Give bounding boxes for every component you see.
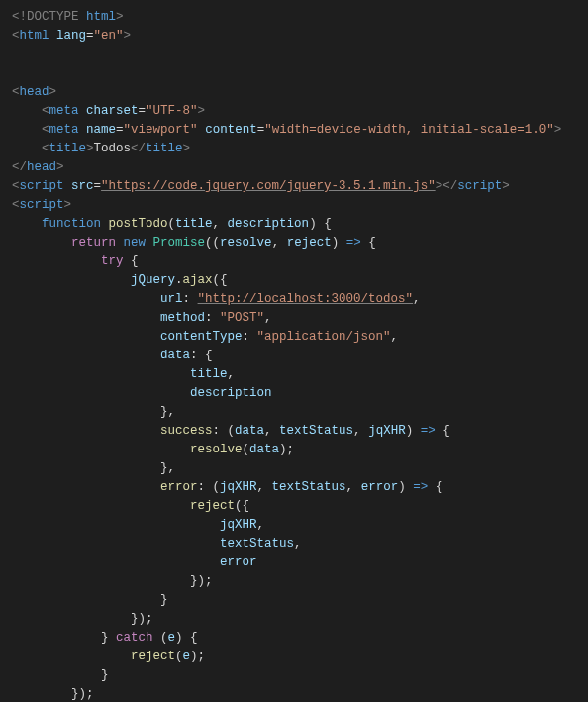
fn-reject: reject [190, 499, 235, 513]
head-close-tag: head [27, 160, 56, 174]
param-data: data [235, 424, 264, 438]
viewport-val: "viewport" [124, 123, 198, 137]
param-jqXHR: jqXHR [368, 424, 406, 438]
param-description: description [228, 217, 310, 231]
prop-method: method [160, 311, 205, 325]
kw-return: return [71, 236, 116, 250]
jquery-url: "https://code.jquery.com/jquery-3.5.1.mi… [101, 179, 436, 193]
arrow-2: => [421, 424, 436, 438]
script-tag-1: script [20, 179, 64, 193]
code-editor[interactable]: <!DOCTYPE html> <html lang="en"> <head> … [12, 8, 576, 702]
prop-success: success [160, 424, 213, 438]
doctype-value: html [86, 10, 116, 24]
shorthand-description: description [190, 386, 272, 400]
fn-reject2: reject [131, 650, 175, 663]
param-title: title [175, 217, 213, 231]
head-open-tag: head [20, 85, 49, 99]
title-close-tag: title [146, 142, 183, 155]
param-jqXHR2: jqXHR [220, 480, 257, 494]
content-attr: content [205, 123, 257, 137]
fn-resolve: resolve [190, 443, 243, 456]
name-attr: name [86, 123, 116, 137]
content-val: "width=device-width, initial-scale=1.0" [264, 123, 554, 137]
script-close-1: script [457, 179, 502, 193]
arrow-3: => [413, 480, 428, 494]
url-val: "http://localhost:3000/todos" [198, 292, 414, 306]
lang-attr: lang [56, 29, 86, 43]
shorthand-title: title [190, 367, 228, 381]
shorthand-textStatus: textStatus [220, 537, 294, 551]
arg-e: e [183, 650, 191, 663]
kw-try: try [101, 254, 124, 268]
html-open-tag: html [20, 29, 49, 43]
var-jQuery: jQuery [131, 273, 175, 287]
fn-postTodo: postTodo [109, 217, 168, 231]
meta-tag-2: meta [49, 123, 79, 137]
meta-tag-1: meta [49, 104, 79, 118]
title-text: Todos [94, 142, 132, 155]
prop-data: data [160, 349, 190, 362]
prop-error: error [160, 480, 198, 494]
cls-Promise: Promise [153, 236, 206, 250]
param-textStatus: textStatus [279, 424, 353, 438]
shorthand-jqXHR: jqXHR [220, 518, 257, 532]
charset-val: "UTF-8" [146, 104, 198, 118]
shorthand-error: error [220, 555, 257, 569]
arg-data: data [249, 443, 279, 456]
prop-contentType: contentType [160, 330, 243, 344]
arrow-1: => [346, 236, 361, 250]
param-e: e [168, 631, 176, 645]
fn-ajax: ajax [183, 273, 213, 287]
kw-new: new [124, 236, 147, 250]
kw-catch: catch [116, 631, 153, 645]
prop-url: url [160, 292, 183, 306]
lang-val: "en" [94, 29, 124, 43]
title-open-tag: title [49, 142, 87, 155]
param-textStatus2: textStatus [272, 480, 346, 494]
param-reject: reject [287, 236, 332, 250]
script-tag-2: script [20, 198, 64, 212]
param-error: error [361, 480, 399, 494]
src-attr: src [71, 179, 94, 193]
param-resolve: resolve [220, 236, 272, 250]
contentType-val: "application/json" [257, 330, 391, 344]
charset-attr: charset [86, 104, 139, 118]
kw-function: function [42, 217, 101, 231]
doctype-token: !DOCTYPE [20, 10, 79, 24]
method-val: "POST" [220, 311, 264, 325]
